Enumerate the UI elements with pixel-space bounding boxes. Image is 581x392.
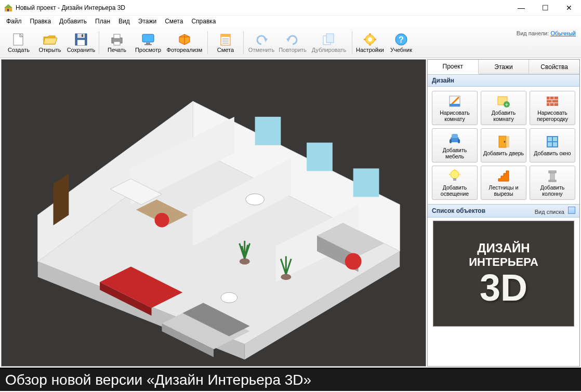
separator [243, 31, 244, 54]
undo-icon [253, 32, 270, 47]
close-button[interactable]: ✕ [557, 0, 581, 16]
svg-rect-88 [453, 178, 456, 181]
tutorial-button[interactable]: ? Учебник [386, 29, 417, 57]
svg-point-60 [281, 274, 291, 280]
floppy-icon [73, 32, 89, 47]
photorealism-button[interactable]: Фотореализм [164, 29, 205, 57]
svg-point-58 [345, 253, 362, 270]
footer-caption: Обзор новой версии «Дизайн Интерьера 3D» [0, 368, 581, 391]
svg-point-28 [368, 37, 372, 42]
design-header: Дизайн [428, 74, 579, 87]
svg-rect-19 [221, 34, 230, 37]
menu-plan[interactable]: План [91, 17, 114, 26]
svg-text:?: ? [399, 35, 404, 44]
monitor-icon [140, 32, 156, 47]
svg-marker-1 [4, 4, 12, 8]
tab-floors[interactable]: Этажи [479, 60, 530, 74]
notepad-icon [217, 32, 234, 47]
stairs-icon [496, 169, 511, 183]
stairs-cutouts-button[interactable]: Лестницы и вырезы [481, 166, 526, 200]
window-controls: ― ☐ ✕ [509, 0, 581, 16]
save-button[interactable]: Сохранить [65, 29, 97, 57]
door-icon [496, 134, 511, 149]
side-tabs: Проект Этажи Свойства [428, 60, 579, 74]
create-button[interactable]: Создать [3, 29, 34, 57]
window-title: Новый проект - Дизайн Интерьера 3D [16, 4, 509, 11]
add-column-button[interactable]: Добавить колонну [530, 166, 575, 200]
menu-file[interactable]: Файл [2, 17, 26, 26]
svg-point-61 [221, 292, 237, 303]
folder-open-icon [42, 32, 58, 47]
svg-rect-14 [144, 44, 152, 45]
svg-rect-12 [142, 34, 154, 42]
list-view-toggle[interactable]: Вид списка [535, 207, 575, 215]
work-area: Проект Этажи Свойства Дизайн Нарисовать … [0, 58, 581, 368]
side-panel: Проект Этажи Свойства Дизайн Нарисовать … [427, 59, 580, 367]
svg-rect-7 [77, 40, 85, 45]
panel-mode-link[interactable]: Обычный [550, 30, 576, 36]
pencil-ruler-icon [447, 94, 462, 109]
room-plus-icon: + [496, 94, 511, 109]
maximize-button[interactable]: ☐ [533, 0, 557, 16]
gear-icon [362, 32, 378, 47]
separator [207, 31, 208, 54]
svg-point-55 [155, 213, 169, 227]
menu-edit[interactable]: Правка [26, 17, 56, 26]
add-window-button[interactable]: Добавить окно [530, 128, 575, 163]
menu-floors[interactable]: Этажи [134, 17, 161, 26]
lightbulb-icon [447, 169, 462, 183]
svg-rect-79 [458, 139, 460, 143]
armchair-icon [447, 131, 462, 146]
cube-icon [176, 32, 193, 47]
svg-rect-6 [77, 34, 85, 38]
draw-partition-button[interactable]: Нарисовать перегородку [530, 91, 575, 125]
svg-rect-45 [307, 143, 333, 171]
menu-view[interactable]: Вид [114, 17, 134, 26]
preview-button[interactable]: Просмотр [133, 29, 164, 57]
svg-rect-44 [255, 117, 281, 145]
svg-rect-8 [82, 34, 83, 37]
tab-project[interactable]: Проект [428, 60, 479, 74]
svg-rect-26 [326, 34, 334, 43]
menu-add[interactable]: Добавить [55, 17, 91, 26]
svg-point-62 [246, 194, 265, 205]
svg-rect-80 [452, 134, 458, 138]
menu-estimate[interactable]: Смета [161, 17, 187, 26]
add-room-button[interactable]: +Добавить комнату [481, 91, 526, 125]
undo-button[interactable]: Отменить [246, 29, 277, 57]
objects-list: ДИЗАЙН ИНТЕРЬЕРА 3D [428, 218, 579, 366]
separator [99, 31, 99, 54]
column-icon [545, 169, 560, 183]
svg-rect-65 [450, 104, 460, 106]
printer-icon [109, 32, 125, 47]
open-button[interactable]: Открыть [34, 29, 65, 57]
svg-rect-13 [146, 43, 150, 44]
settings-button[interactable]: Настройки [354, 29, 386, 57]
duplicate-icon [321, 32, 337, 47]
brick-wall-icon [545, 94, 560, 109]
draw-room-button[interactable]: Нарисовать комнату [432, 91, 478, 125]
estimate-button[interactable]: Смета [210, 29, 241, 57]
window-icon [545, 134, 560, 149]
add-furniture-button[interactable]: Добавить мебель [432, 128, 478, 163]
add-lighting-button[interactable]: Добавить освещение [432, 166, 478, 200]
svg-rect-10 [114, 34, 120, 38]
tab-properties[interactable]: Свойства [529, 60, 579, 74]
svg-rect-78 [450, 139, 452, 143]
svg-point-83 [504, 141, 506, 142]
new-file-icon [10, 32, 27, 47]
menu-help[interactable]: Справка [187, 17, 220, 26]
svg-rect-69 [547, 97, 558, 106]
add-door-button[interactable]: Добавить дверь [481, 128, 526, 163]
minimize-button[interactable]: ― [509, 0, 533, 16]
svg-rect-11 [114, 42, 120, 45]
menubar: Файл Правка Добавить План Вид Этажи Смет… [0, 16, 581, 27]
duplicate-button[interactable]: Дублировать [308, 29, 350, 57]
3d-viewport[interactable] [1, 59, 426, 367]
titlebar: Новый проект - Дизайн Интерьера 3D ― ☐ ✕ [0, 0, 581, 16]
redo-button[interactable]: Повторить [277, 29, 308, 57]
redo-icon [284, 32, 301, 47]
svg-point-59 [240, 259, 250, 265]
separator [352, 31, 352, 54]
print-button[interactable]: Печать [101, 29, 133, 57]
